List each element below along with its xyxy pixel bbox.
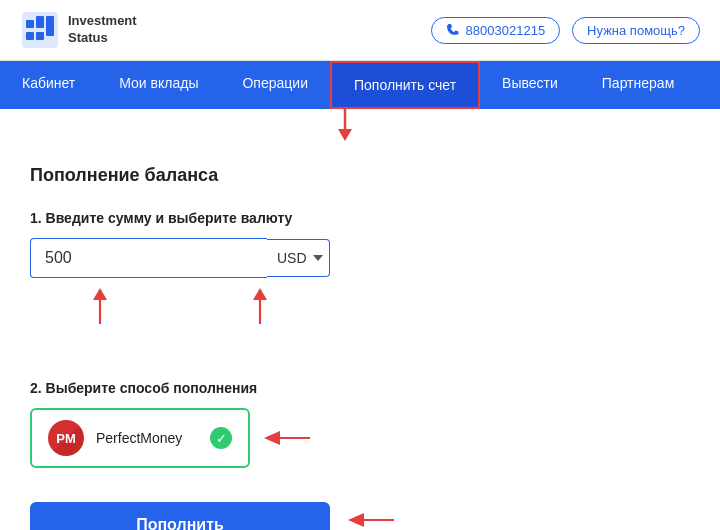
pm-logo: PM [48, 420, 84, 456]
navigation: Кабинет Мои вклады Операции Пополнить сч… [0, 61, 720, 109]
svg-rect-3 [36, 16, 44, 28]
nav-item-deposits[interactable]: Мои вклады [97, 61, 220, 109]
svg-marker-13 [264, 431, 280, 445]
pm-check-icon: ✓ [210, 427, 232, 449]
header: Investment Status 88003021215 Нужна помо… [0, 0, 720, 61]
nav-item-operations[interactable]: Операции [220, 61, 330, 109]
nav-item-withdraw[interactable]: Вывести [480, 61, 580, 109]
submit-arrow-annotation [344, 509, 394, 530]
svg-rect-5 [36, 32, 44, 40]
logo-icon [20, 10, 60, 50]
amount-input[interactable] [30, 238, 267, 278]
svg-rect-2 [26, 32, 34, 40]
payment-arrow-annotation [260, 427, 310, 449]
nav-item-cabinet[interactable]: Кабинет [0, 61, 97, 109]
logo-text: Investment Status [68, 13, 137, 47]
step1-label: 1. Введите сумму и выберите валюту [30, 210, 690, 226]
svg-marker-9 [93, 288, 107, 300]
pm-name: PerfectMoney [96, 430, 182, 446]
help-button[interactable]: Нужна помощь? [572, 17, 700, 44]
svg-rect-4 [46, 16, 54, 36]
phone-button[interactable]: 88003021215 [431, 17, 561, 44]
nav-item-partners[interactable]: Партнерам [580, 61, 696, 109]
step2-label: 2. Выберите способ пополнения [30, 380, 690, 396]
svg-marker-15 [348, 513, 364, 527]
nav-item-topup[interactable]: Пополнить счет [330, 61, 480, 109]
payment-method-card[interactable]: PM PerfectMoney ✓ [30, 408, 250, 468]
main-content: Пополнение баланса 1. Введите сумму и вы… [0, 141, 720, 530]
payment-section: 2. Выберите способ пополнения PM Perfect… [30, 380, 690, 468]
currency-select[interactable]: USD EUR RUB [267, 239, 330, 277]
svg-rect-1 [26, 20, 34, 28]
currency-arrow-annotation [250, 286, 270, 324]
amount-row: USD EUR RUB [30, 238, 330, 278]
logo-area: Investment Status [20, 10, 137, 50]
svg-marker-11 [253, 288, 267, 300]
nav-arrow-annotation [336, 109, 354, 141]
svg-marker-7 [338, 129, 352, 141]
page-title: Пополнение баланса [30, 165, 690, 186]
amount-section: USD EUR RUB [30, 238, 690, 326]
header-right: 88003021215 Нужна помощь? [431, 17, 700, 44]
amount-arrow-annotation [90, 286, 110, 324]
phone-icon [446, 23, 460, 37]
submit-button[interactable]: Пополнить [30, 502, 330, 530]
